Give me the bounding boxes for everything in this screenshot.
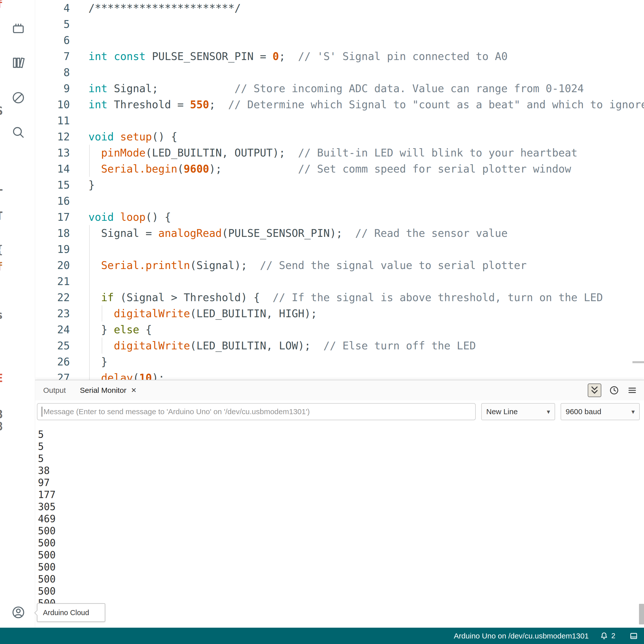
message-row: New Line ▾ 9600 baud ▾ [35,400,644,423]
search-icon[interactable] [11,125,26,140]
code-line[interactable]: 12void setup() { [35,129,644,145]
code-line[interactable]: 17void loop() { [35,209,644,225]
line-number: 19 [35,243,73,255]
code-line[interactable]: 13 pinMode(LED_BUILTIN, OUTPUT); // Buil… [35,145,644,161]
serial-value: 500 [38,573,644,585]
serial-value: 177 [38,489,644,501]
serial-value: 38 [38,465,644,477]
code-text: Serial.begin(9600); // Set comm speed fo… [73,163,571,175]
line-number: 9 [35,82,73,95]
line-number: 10 [35,98,73,111]
notifications[interactable]: 2 [599,631,615,641]
bottom-panel: Output Serial Monitor ✕ [35,380,644,628]
line-number: 17 [35,211,73,223]
serial-value: 500 [38,609,644,621]
message-input-wrap [37,403,476,420]
code-text: Signal = analogRead(PULSE_SENSOR_PIN); /… [73,227,508,239]
occluded-text-fragment: 8 [0,421,4,432]
serial-value: 500 [38,537,644,549]
baud-rate-select[interactable]: 9600 baud ▾ [561,403,640,420]
code-line[interactable]: 8 [35,64,644,80]
code-text: int const PULSE_SENSOR_PIN = 0; // 'S' S… [73,50,508,63]
code-line[interactable]: 26 } [35,354,644,370]
code-line[interactable]: 21 [35,273,644,289]
baud-rate-value: 9600 baud [566,407,601,416]
line-number: 6 [35,34,73,46]
code-line[interactable]: 16 [35,193,644,209]
code-line[interactable]: 20 Serial.println(Signal); // Send the s… [35,257,644,273]
serial-monitor-actions [588,384,637,397]
code-line[interactable]: 25 digitalWrite(LED_BUILTIN, LOW); // El… [35,338,644,354]
status-bar: Arduino Uno on /dev/cu.usbmodem1301 2 [0,628,644,644]
line-number: 11 [35,115,73,127]
code-text: digitalWrite(LED_BUILTIN, LOW); // Else … [73,340,476,352]
code-text: } else { [73,324,152,336]
toggle-autoscroll-button[interactable] [588,384,601,397]
occluded-text-fragment: { [0,244,4,255]
serial-value: 469 [38,513,644,525]
code-editor[interactable]: 4/**********************/567int const PU… [35,0,644,380]
indent-guide [89,225,90,380]
activity-sidebar [0,0,35,628]
boards-manager-icon[interactable] [11,21,26,36]
line-number: 27 [35,372,73,380]
code-line[interactable]: 4/**********************/ [35,0,644,16]
toggle-panel-icon[interactable] [629,631,638,641]
close-icon[interactable]: ✕ [131,386,137,394]
code-line[interactable]: 10int Threshold = 550; // Determine whic… [35,96,644,113]
line-number: 8 [35,66,73,79]
tab-serial-monitor-label: Serial Monitor [80,386,126,395]
code-line[interactable]: 5 [35,16,644,32]
serial-value: 500 [38,549,644,561]
line-ending-value: New Line [486,407,518,416]
bell-icon [599,631,609,641]
output-scrollbar-thumb[interactable] [639,604,644,624]
tab-output[interactable]: Output [43,386,66,395]
message-input[interactable] [37,403,476,420]
line-number: 16 [35,195,73,207]
arduino-cloud-tooltip: Arduino Cloud [37,603,105,622]
indent-guide [102,305,102,321]
left-edge-fragments: fSLT{fsE38 [0,0,4,628]
occluded-text-fragment: S [0,105,4,117]
code-line[interactable]: 11 [35,113,644,129]
arduino-cloud-label: Arduino Cloud [43,609,89,617]
code-line[interactable]: 9int Signal; // Store incoming ADC data.… [35,80,644,96]
line-number: 24 [35,324,73,336]
code-text: void loop() { [73,211,171,223]
line-number: 25 [35,340,73,352]
code-text: } [73,356,108,368]
indent-guide [89,145,90,177]
line-number: 20 [35,259,73,272]
line-number: 7 [35,50,73,63]
tab-serial-monitor[interactable]: Serial Monitor ✕ [80,386,137,395]
code-line[interactable]: 24 } else { [35,321,644,338]
line-ending-select[interactable]: New Line ▾ [481,403,555,420]
indent-guide [102,338,102,354]
line-number: 22 [35,291,73,304]
code-line[interactable]: 15} [35,177,644,193]
clear-output-icon[interactable] [627,385,637,396]
code-line[interactable]: 27 delay(10); [35,370,644,380]
line-number: 18 [35,227,73,239]
arduino-ide-window: fSLT{fsE38 4/**********************/567i… [0,0,644,644]
debug-icon[interactable] [11,90,26,105]
line-number: 12 [35,131,73,143]
account-icon[interactable] [11,605,26,620]
code-text: int Threshold = 550; // Determine which … [73,98,644,111]
library-manager-icon[interactable] [11,56,26,70]
code-line[interactable]: 19 [35,241,644,257]
serial-value: 5 [38,441,644,453]
code-text: void setup() { [73,131,177,143]
editor-horizontal-scrollbar[interactable] [632,361,644,363]
code-line[interactable]: 18 Signal = analogRead(PULSE_SENSOR_PIN)… [35,225,644,241]
code-line[interactable]: 23 digitalWrite(LED_BUILTIN, HIGH); [35,305,644,321]
serial-value: 5 [38,428,644,441]
occluded-text-fragment: E [0,373,4,384]
code-line[interactable]: 14 Serial.begin(9600); // Set comm speed… [35,161,644,177]
toggle-timestamp-icon[interactable] [609,385,619,396]
code-line[interactable]: 22 if (Signal > Threshold) { // If the s… [35,289,644,305]
code-line[interactable]: 6 [35,32,644,48]
code-line[interactable]: 7int const PULSE_SENSOR_PIN = 0; // 'S' … [35,48,644,64]
board-port-status[interactable]: Arduino Uno on /dev/cu.usbmodem1301 [454,632,589,640]
